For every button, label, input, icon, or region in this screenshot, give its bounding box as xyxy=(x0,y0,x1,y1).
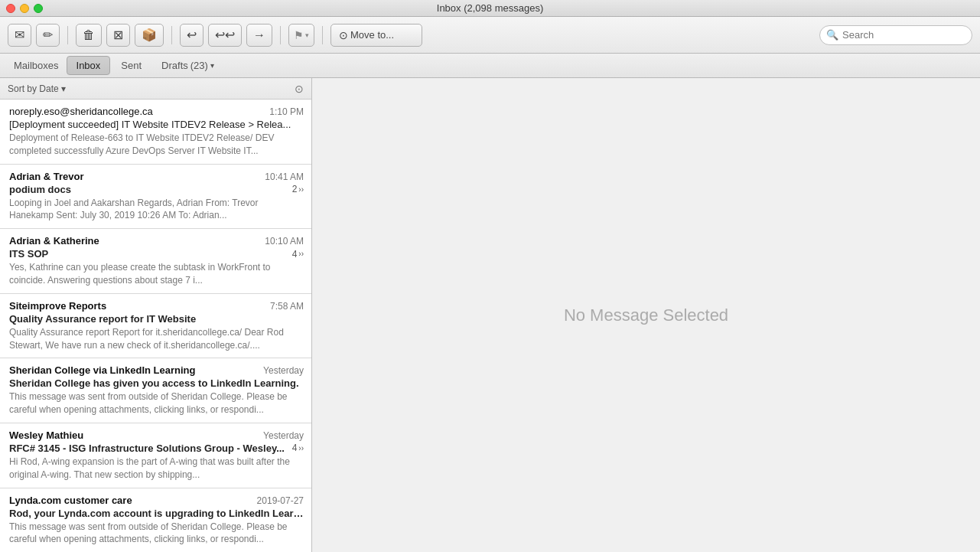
thread-chevron-icon: ›› xyxy=(298,444,304,452)
email-time: 1:10 PM xyxy=(269,106,304,117)
email-time: 10:10 AM xyxy=(265,236,304,247)
email-preview: This message was sent from outside of Sh… xyxy=(9,390,304,416)
zoom-button[interactable] xyxy=(34,4,43,13)
flag-icon: ⚑ xyxy=(294,29,304,41)
compose-icon: ✏ xyxy=(43,28,53,42)
email-subject: Rod, your Lynda.com account is upgrading… xyxy=(9,508,304,519)
window-title: Inbox (2,098 messages) xyxy=(437,2,543,14)
archive-icon: 📦 xyxy=(142,28,157,42)
email-thread-count: 4 ›› xyxy=(292,443,304,453)
move-to-icon: ⊙ xyxy=(339,29,348,41)
tab-drafts[interactable]: Drafts (23) ▾ xyxy=(152,57,223,74)
thread-chevron-icon: ›› xyxy=(298,250,304,258)
email-preview: Deployment of Release-663 to IT Website … xyxy=(9,132,304,158)
email-subject: Quality Assurance report for IT Website xyxy=(9,313,304,325)
reply-all-button[interactable]: ↩↩ xyxy=(208,24,242,47)
email-sender: noreply.eso@sheridancollege.ca xyxy=(9,106,263,117)
email-preview: Hi Rod, A-wing expansion is the part of … xyxy=(9,456,304,482)
search-icon: 🔍 xyxy=(826,29,838,41)
delete-icon: ⊠ xyxy=(113,28,123,42)
email-subject: podium docs xyxy=(9,184,289,195)
email-item[interactable]: noreply.eso@sheridancollege.ca1:10 PM[De… xyxy=(0,100,311,165)
email-items-container: noreply.eso@sheridancollege.ca1:10 PM[De… xyxy=(0,100,311,552)
email-item[interactable]: Sheridan College via LinkedIn LearningYe… xyxy=(0,358,311,423)
email-subject: [Deployment succeeded] IT Website ITDEV2… xyxy=(9,119,304,130)
email-sender: Adrian & Katherine xyxy=(9,235,259,247)
sort-chevron-icon: ▾ xyxy=(61,83,66,94)
flag-button[interactable]: ⚑ ▾ xyxy=(288,24,314,47)
email-time: Yesterday xyxy=(263,365,304,376)
sort-label: Sort by Date xyxy=(8,83,59,94)
sort-bar: Sort by Date ▾ ⊙ xyxy=(0,78,311,100)
email-preview: Looping in Joel and Aakarshan Regards, A… xyxy=(9,197,304,223)
email-sender: Siteimprove Reports xyxy=(9,300,264,312)
email-item[interactable]: Siteimprove Reports7:58 AMQuality Assura… xyxy=(0,294,311,359)
email-time: Yesterday xyxy=(263,430,304,441)
move-to-label: Move to... xyxy=(350,29,394,41)
email-preview: This message was sent from outside of Sh… xyxy=(9,521,304,547)
email-thread-count: 2 ›› xyxy=(292,184,304,194)
tab-bar: Mailboxes Inbox Sent Drafts (23) ▾ xyxy=(0,54,980,78)
close-button[interactable] xyxy=(6,4,15,13)
forward-icon: → xyxy=(253,28,265,42)
main-content: Sort by Date ▾ ⊙ noreply.eso@sheridancol… xyxy=(0,78,980,552)
thread-chevron-icon: ›› xyxy=(298,185,304,194)
toolbar-separator-4 xyxy=(322,26,323,44)
email-time: 2019-07-27 xyxy=(257,495,304,506)
email-subject: RFC# 3145 - ISG Infrastructure Solutions… xyxy=(9,443,289,454)
tab-drafts-chevron-icon: ▾ xyxy=(210,61,214,70)
email-subject: ITS SOP xyxy=(9,248,289,260)
search-box[interactable]: 🔍 xyxy=(819,25,972,45)
move-to-junk-button[interactable]: 🗑 xyxy=(76,24,102,47)
tab-sent[interactable]: Sent xyxy=(112,57,151,74)
email-time: 7:58 AM xyxy=(270,301,304,312)
email-item[interactable]: Lynda.com customer care2019-07-27Rod, yo… xyxy=(0,488,311,552)
email-preview: Yes, Kathrine can you please create the … xyxy=(9,261,304,287)
email-preview: Quality Assurance report Report for it.s… xyxy=(9,326,304,352)
email-thread-count: 4 ›› xyxy=(292,249,304,260)
forward-button[interactable]: → xyxy=(246,24,272,47)
traffic-lights xyxy=(6,4,43,13)
new-mail-icon: ✉ xyxy=(15,28,24,42)
flag-chevron-icon: ▾ xyxy=(305,31,309,39)
sort-by-date[interactable]: Sort by Date ▾ xyxy=(8,83,66,94)
email-sender: Lynda.com customer care xyxy=(9,495,251,506)
title-bar: Inbox (2,098 messages) xyxy=(0,0,980,17)
compose-button[interactable]: ✏ xyxy=(36,24,60,47)
junk-icon: 🗑 xyxy=(83,28,95,42)
email-sender: Sheridan College via LinkedIn Learning xyxy=(9,364,257,376)
reply-button[interactable]: ↩ xyxy=(180,24,203,47)
email-item[interactable]: Adrian & Trevor10:41 AMpodium docs2 ››Lo… xyxy=(0,165,311,230)
reply-all-icon: ↩↩ xyxy=(215,28,235,42)
email-sender: Adrian & Trevor xyxy=(9,171,259,182)
reply-icon: ↩ xyxy=(187,28,197,42)
tab-drafts-label: Drafts xyxy=(161,60,188,71)
toolbar-separator-1 xyxy=(67,26,68,44)
no-message-text: No Message Selected xyxy=(564,305,728,325)
email-list[interactable]: Sort by Date ▾ ⊙ noreply.eso@sheridancol… xyxy=(0,78,312,552)
archive-button[interactable]: 📦 xyxy=(135,24,164,47)
toolbar: ✉ ✏ 🗑 ⊠ 📦 ↩ ↩↩ → ⚑ ▾ ⊙ Move to... 🔍 xyxy=(0,17,980,54)
toolbar-separator-3 xyxy=(280,26,281,44)
email-sender: Wesley Mathieu xyxy=(9,430,257,441)
email-item[interactable]: Wesley MathieuYesterdayRFC# 3145 - ISG I… xyxy=(0,423,311,488)
tab-drafts-count: (23) xyxy=(190,60,208,71)
tab-inbox[interactable]: Inbox xyxy=(67,56,111,75)
toolbar-separator-2 xyxy=(171,26,172,44)
tab-mailboxes[interactable]: Mailboxes xyxy=(8,57,65,74)
no-message-panel: No Message Selected xyxy=(312,78,980,552)
search-input[interactable] xyxy=(842,29,965,41)
email-subject: Sheridan College has given you access to… xyxy=(9,377,304,389)
email-time: 10:41 AM xyxy=(265,171,304,182)
minimize-button[interactable] xyxy=(20,4,29,13)
filter-icon[interactable]: ⊙ xyxy=(295,83,304,95)
new-mail-button[interactable]: ✉ xyxy=(8,24,31,47)
delete-button[interactable]: ⊠ xyxy=(106,24,130,47)
email-item[interactable]: Adrian & Katherine10:10 AMITS SOP4 ››Yes… xyxy=(0,229,311,294)
move-to-button[interactable]: ⊙ Move to... xyxy=(330,24,422,47)
